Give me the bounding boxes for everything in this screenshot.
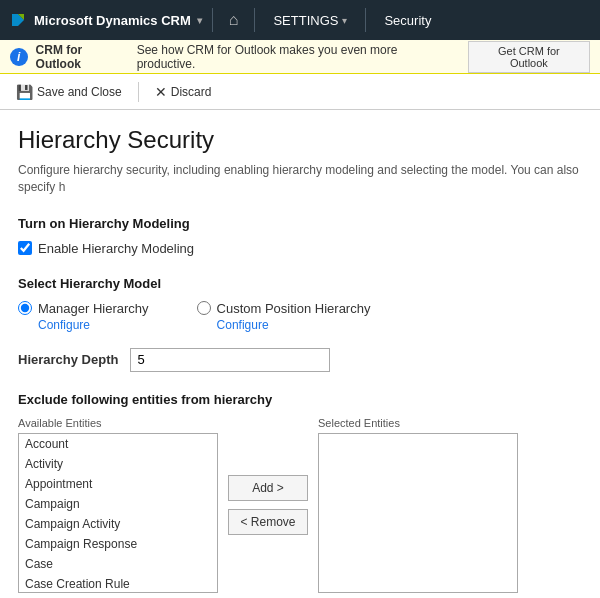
available-entities-column: Available Entities Account Activity Appo…: [18, 417, 218, 593]
crm-outlook-banner: i CRM for Outlook See how CRM for Outloo…: [0, 40, 600, 74]
nav-settings-label: SETTINGS: [273, 13, 338, 28]
add-entity-button[interactable]: Add >: [228, 475, 308, 501]
hierarchy-model-title: Select Hierarchy Model: [18, 276, 582, 291]
depth-input[interactable]: [130, 348, 330, 372]
discard-label: Discard: [171, 85, 212, 99]
entity-action-buttons: Add > < Remove: [218, 417, 318, 593]
selected-entities-header: Selected Entities: [318, 417, 518, 429]
list-item[interactable]: Account: [19, 434, 217, 454]
list-item[interactable]: Campaign: [19, 494, 217, 514]
turn-on-section-title: Turn on Hierarchy Modeling: [18, 216, 582, 231]
manager-hierarchy-radio[interactable]: [18, 301, 32, 315]
nav-logo-chevron: ▾: [197, 15, 202, 26]
discard-button[interactable]: ✕ Discard: [147, 80, 220, 104]
home-icon[interactable]: ⌂: [223, 11, 245, 29]
available-entities-header: Available Entities: [18, 417, 218, 429]
custom-configure-link[interactable]: Configure: [197, 318, 371, 332]
list-item[interactable]: Campaign Response: [19, 534, 217, 554]
hierarchy-model-section: Select Hierarchy Model Manager Hierarchy…: [18, 276, 582, 332]
nav-logo[interactable]: Microsoft Dynamics CRM ▾: [8, 10, 202, 30]
crm-banner-label: CRM for Outlook: [36, 43, 129, 71]
toolbar-separator: [138, 82, 139, 102]
depth-label: Hierarchy Depth: [18, 352, 118, 367]
nav-divider-3: [365, 8, 366, 32]
nav-security-label: Security: [376, 13, 439, 28]
list-item[interactable]: Campaign Activity: [19, 514, 217, 534]
entities-grid: Available Entities Account Activity Appo…: [18, 417, 582, 593]
enable-hierarchy-modeling-row: Enable Hierarchy Modeling: [18, 241, 582, 256]
enable-hierarchy-label[interactable]: Enable Hierarchy Modeling: [38, 241, 194, 256]
manager-hierarchy-label[interactable]: Manager Hierarchy: [38, 301, 149, 316]
selected-entities-column: Selected Entities: [318, 417, 518, 593]
page-description: Configure hierarchy security, including …: [18, 162, 582, 196]
custom-hierarchy-label[interactable]: Custom Position Hierarchy: [217, 301, 371, 316]
remove-entity-button[interactable]: < Remove: [228, 509, 308, 535]
page-title: Hierarchy Security: [18, 126, 582, 154]
selected-entities-listbox[interactable]: [318, 433, 518, 593]
save-and-close-button[interactable]: 💾 Save and Close: [8, 80, 130, 104]
top-navigation: Microsoft Dynamics CRM ▾ ⌂ SETTINGS ▾ Se…: [0, 0, 600, 40]
nav-settings[interactable]: SETTINGS ▾: [265, 13, 355, 28]
get-crm-outlook-button[interactable]: Get CRM for Outlook: [468, 41, 590, 73]
hierarchy-depth-row: Hierarchy Depth: [18, 348, 582, 372]
entities-section-title: Exclude following entities from hierarch…: [18, 392, 582, 407]
entities-section: Exclude following entities from hierarch…: [18, 392, 582, 593]
crm-banner-description: See how CRM for Outlook makes you even m…: [137, 43, 452, 71]
nav-divider-1: [212, 8, 213, 32]
available-entities-listbox[interactable]: Account Activity Appointment Campaign Ca…: [18, 433, 218, 593]
save-icon: 💾: [16, 84, 33, 100]
info-icon: i: [10, 48, 28, 66]
list-item[interactable]: Appointment: [19, 474, 217, 494]
page-content: Hierarchy Security Configure hierarchy s…: [0, 110, 600, 598]
custom-position-option: Custom Position Hierarchy Configure: [197, 301, 371, 332]
save-close-label: Save and Close: [37, 85, 122, 99]
radio-options: Manager Hierarchy Configure Custom Posit…: [18, 301, 582, 332]
page-toolbar: 💾 Save and Close ✕ Discard: [0, 74, 600, 110]
list-item[interactable]: Case Creation Rule: [19, 574, 217, 593]
discard-icon: ✕: [155, 84, 167, 100]
nav-divider-2: [254, 8, 255, 32]
list-item[interactable]: Case: [19, 554, 217, 574]
enable-hierarchy-checkbox[interactable]: [18, 241, 32, 255]
manager-configure-link[interactable]: Configure: [18, 318, 149, 332]
list-item[interactable]: Activity: [19, 454, 217, 474]
custom-hierarchy-radio[interactable]: [197, 301, 211, 315]
manager-hierarchy-option: Manager Hierarchy Configure: [18, 301, 149, 332]
nav-logo-text: Microsoft Dynamics CRM: [34, 13, 191, 28]
ms-dynamics-logo-icon: [8, 10, 28, 30]
nav-settings-chevron: ▾: [342, 15, 347, 26]
